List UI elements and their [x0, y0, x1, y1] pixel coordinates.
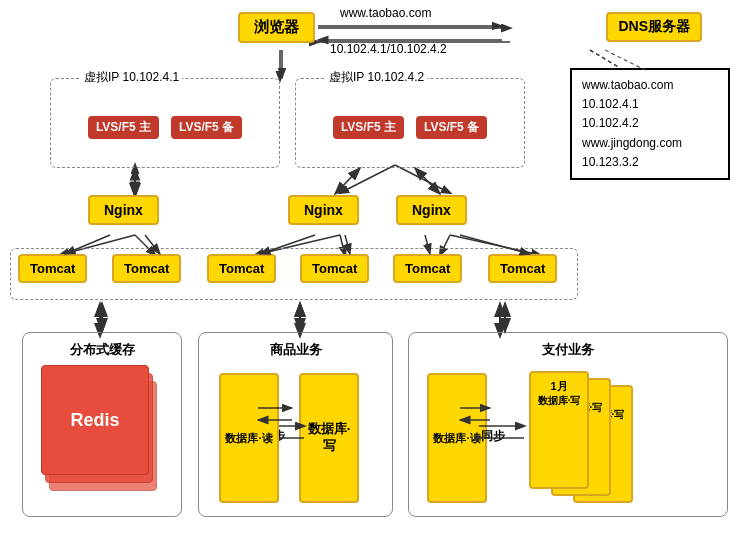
dns-info-line-1: www.taobao.com	[582, 76, 718, 95]
dns-info-line-2: 10.102.4.1	[582, 95, 718, 114]
tomcat-3-label: Tomcat	[219, 261, 264, 276]
goods-label: 商品业务	[199, 341, 392, 359]
payment-sync-arrows	[474, 418, 534, 448]
nginx-2: Nginx	[288, 195, 359, 225]
dns-info-line-3: 10.102.4.2	[582, 114, 718, 133]
svg-line-9	[395, 165, 450, 193]
browser-label: 浏览器	[254, 18, 299, 35]
vip2-label: 虚拟IP 10.102.4.2	[326, 69, 427, 86]
vip-group-1: 虚拟IP 10.102.4.1 LVS/F5 主 LVS/F5 备	[50, 78, 280, 168]
svg-line-8	[340, 165, 395, 193]
svg-line-28	[605, 50, 645, 70]
tomcat-6: Tomcat	[488, 254, 557, 283]
lvs1-backup: LVS/F5 备	[171, 116, 242, 139]
vip-group-2: 虚拟IP 10.102.4.2 LVS/F5 主 LVS/F5 备	[295, 78, 525, 168]
cache-label: 分布式缓存	[23, 341, 181, 359]
browser-box: 浏览器	[238, 12, 315, 43]
tomcat-3: Tomcat	[207, 254, 276, 283]
redis-card-1: Redis	[41, 365, 149, 475]
dns-info-line-5: 10.123.3.2	[582, 153, 718, 172]
tomcat-5: Tomcat	[393, 254, 462, 283]
lvs2-primary: LVS/F5 主	[333, 116, 404, 139]
tomcat-5-label: Tomcat	[405, 261, 450, 276]
architecture-diagram: 浏览器 www.taobao.com 10.102.4.1/10.102.4.2…	[0, 0, 752, 535]
db-goods-read: 数据库·读	[219, 373, 279, 503]
url-label-1: www.taobao.com	[340, 6, 431, 20]
url-label-2: 10.102.4.1/10.102.4.2	[330, 42, 447, 56]
service-goods-group: 商品业务 数据库·写 同步 数据库·读	[198, 332, 393, 517]
service-payment-group: 支付业务 数据库·读 同步 N月 数据库·写 2月 数据库·写	[408, 332, 728, 517]
lvs1-primary: LVS/F5 主	[88, 116, 159, 139]
lvs2-backup: LVS/F5 备	[416, 116, 487, 139]
tomcat-2-label: Tomcat	[124, 261, 169, 276]
dns-box: DNS服务器	[606, 12, 702, 42]
svg-line-32	[415, 168, 440, 194]
tomcat-1: Tomcat	[18, 254, 87, 283]
payment-label: 支付业务	[409, 341, 727, 359]
redis-label: Redis	[70, 410, 119, 431]
nginx-3-label: Nginx	[412, 202, 451, 218]
tomcat-1-label: Tomcat	[30, 261, 75, 276]
db-goods-read-label: 数据库·读	[225, 431, 272, 445]
dns-info-line-4: www.jingdong.com	[582, 134, 718, 153]
tomcat-4-label: Tomcat	[312, 261, 357, 276]
nginx-3: Nginx	[396, 195, 467, 225]
svg-line-31	[335, 168, 360, 194]
vip1-label: 虚拟IP 10.102.4.1	[81, 69, 182, 86]
tomcat-2: Tomcat	[112, 254, 181, 283]
nginx-2-label: Nginx	[304, 202, 343, 218]
tomcat-6-label: Tomcat	[500, 261, 545, 276]
service-cache-group: 分布式缓存 Redis	[22, 332, 182, 517]
tomcat-4: Tomcat	[300, 254, 369, 283]
svg-line-2	[590, 50, 620, 68]
dns-info-box: www.taobao.com 10.102.4.1 10.102.4.2 www…	[570, 68, 730, 180]
nginx-1: Nginx	[88, 195, 159, 225]
dns-label: DNS服务器	[618, 18, 690, 34]
month-1-label: 1月	[550, 379, 567, 393]
db-payment-month-1: 1月 数据库·写	[529, 371, 589, 489]
nginx-1-label: Nginx	[104, 202, 143, 218]
